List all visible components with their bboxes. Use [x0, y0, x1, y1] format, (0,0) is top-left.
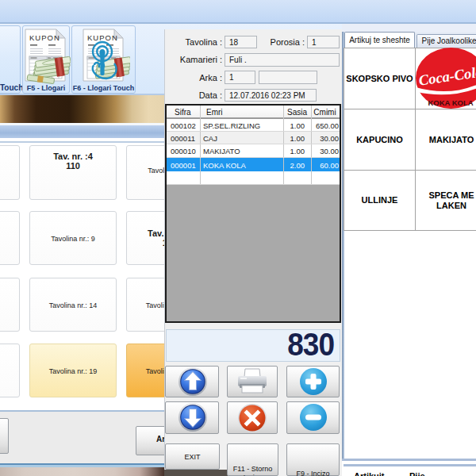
svg-text:KUPON: KUPON	[87, 33, 118, 42]
svg-text:KUPON: KUPON	[29, 33, 60, 42]
svg-text:KOKA KOLA: KOKA KOLA	[428, 98, 473, 107]
